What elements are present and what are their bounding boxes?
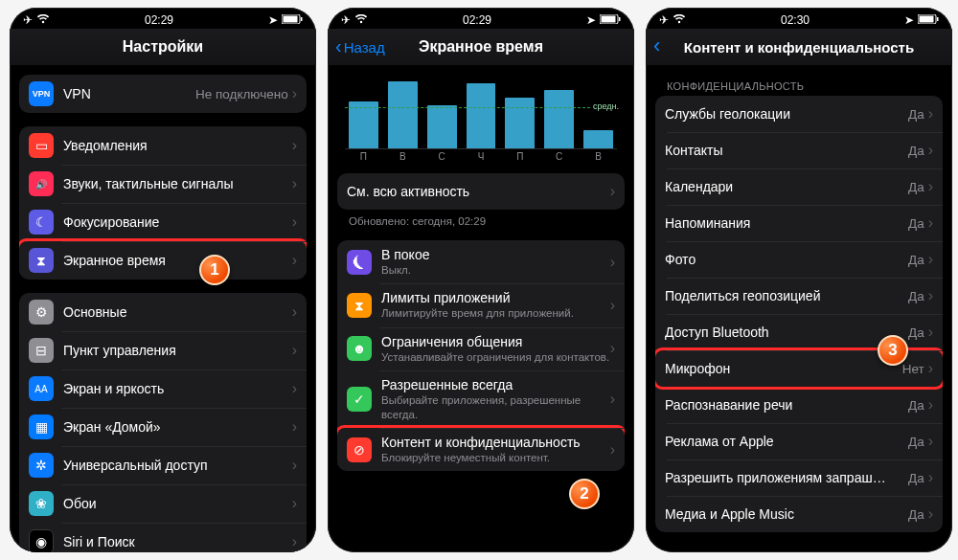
chart-bar xyxy=(467,83,496,148)
cell-звуки-тактильные-сигналы[interactable]: 🔊Звуки, тактильные сигналы› xyxy=(19,165,307,203)
cell-календари[interactable]: КалендариДа› xyxy=(655,168,943,205)
chevron-icon: › xyxy=(292,137,297,154)
cell-уведомления[interactable]: ▭Уведомления› xyxy=(19,126,307,165)
cell-ограничения-общения[interactable]: ☻Ограничения общенияУстанавливайте огран… xyxy=(337,327,625,370)
⊟-icon: ⊟ xyxy=(29,338,54,363)
phone-settings: ✈︎ 02:29 ➤ Настройки VPN VPN Не п xyxy=(10,8,316,552)
cell-экран-домой-[interactable]: ▦Экран «Домой»› xyxy=(19,408,307,446)
cell-универсальный-доступ[interactable]: ✲Универсальный доступ› xyxy=(19,446,307,484)
statusbar: ✈︎ 02:29 ➤ xyxy=(328,8,634,29)
cell-label: Службы геолокации xyxy=(665,106,908,122)
cell-value: Да xyxy=(908,216,924,231)
cell-поделиться-геопозицией[interactable]: Поделиться геопозициейДа› xyxy=(655,278,943,314)
chevron-icon: › xyxy=(292,418,297,436)
cell-реклама-от-apple[interactable]: Реклама от AppleДа› xyxy=(655,423,943,459)
cell-фокусирование[interactable]: ☾Фокусирование› xyxy=(19,203,307,241)
cell-label: Уведомления xyxy=(63,138,292,153)
cell-контакты[interactable]: КонтактыДа› xyxy=(655,132,943,168)
chevron-icon: › xyxy=(292,342,297,359)
chevron-icon: › xyxy=(610,441,615,459)
cell-subtitle: Выбирайте приложения, разрешенные всегда… xyxy=(381,393,610,421)
chevron-icon: › xyxy=(610,183,615,200)
back-button[interactable]: ‹ Назад xyxy=(335,29,385,65)
cell-label: Обои xyxy=(63,496,292,511)
svg-rect-5 xyxy=(619,17,621,21)
cell-напоминания[interactable]: НапоминанияДа› xyxy=(655,205,943,241)
cell-пункт-управления[interactable]: ⊟Пункт управления› xyxy=(19,331,307,370)
cell-value: Да xyxy=(908,398,924,413)
cell-label: Лимиты приложений xyxy=(381,290,610,305)
⧗-icon: ⧗ xyxy=(29,248,54,273)
cell-label: Календари xyxy=(665,179,908,194)
cell-контент-и-конфиденциальность[interactable]: ⊘Контент и конфиденциальностьБлокируйте … xyxy=(337,428,625,471)
cell-распознавание-речи[interactable]: Распознавание речиДа› xyxy=(655,387,943,423)
cell-разрешить-приложениям-запраш-[interactable]: Разрешить приложениям запраш…Да› xyxy=(655,459,943,496)
chart-days: ПВСЧПСВ xyxy=(345,149,617,162)
☻-icon: ☻ xyxy=(347,336,372,361)
statusbar: ✈︎ 02:29 ➤ xyxy=(10,8,316,29)
cell-label: Микрофон xyxy=(665,361,902,376)
▭-icon: ▭ xyxy=(29,133,54,158)
chevron-icon: › xyxy=(610,391,615,408)
cell-label: Пункт управления xyxy=(63,343,292,358)
navbar: ‹ Контент и конфиденциальность xyxy=(646,29,952,65)
cell-лимиты-приложений[interactable]: ⧗Лимиты приложенийЛимитируйте время для … xyxy=(337,283,625,326)
cell-разрешенные-всегда[interactable]: ✓Разрешенные всегдаВыбирайте приложения,… xyxy=(337,370,625,428)
⊘-icon: ⊘ xyxy=(347,437,372,462)
cell-службы-геолокации[interactable]: Службы геолокацииДа› xyxy=(655,96,943,132)
section-header: КОНФИДЕНЦИАЛЬНОСТЬ xyxy=(667,80,939,92)
chevron-icon: › xyxy=(928,505,933,523)
cell-vpn[interactable]: VPN VPN Не подключено › xyxy=(19,75,307,113)
privacy-list: Службы геолокацииДа›КонтактыДа›Календари… xyxy=(655,96,943,532)
▦-icon: ▦ xyxy=(29,414,54,439)
cell-label: В покое xyxy=(381,247,610,262)
cell-обои[interactable]: ❀Обои› xyxy=(19,484,307,523)
🔊-icon: 🔊 xyxy=(29,171,54,196)
cell-label: Звуки, тактильные сигналы xyxy=(63,176,292,191)
cell-label: Медиа и Apple Music xyxy=(665,506,908,522)
phone-screentime: ✈︎ 02:29 ➤ ‹ Назад Экранное время xyxy=(328,8,634,552)
location-icon: ➤ xyxy=(586,13,596,27)
battery-icon xyxy=(918,13,939,27)
cell-экран-и-яркость[interactable]: AAЭкран и яркость› xyxy=(19,370,307,408)
cell-subtitle: Устанавливайте ограничения для контактов… xyxy=(381,350,610,364)
cell-label: Реклама от Apple xyxy=(665,434,908,449)
battery-icon xyxy=(600,13,621,27)
cell-value: Да xyxy=(908,471,924,485)
statusbar: ✈︎ 02:30 ➤ xyxy=(646,8,952,29)
chevron-icon: › xyxy=(610,254,615,271)
chevron-left-icon: ‹ xyxy=(653,35,660,56)
chart-bar xyxy=(505,98,535,148)
back-button[interactable]: ‹ xyxy=(653,29,660,65)
cell-label: Поделиться геопозицией xyxy=(665,288,908,303)
chevron-icon: › xyxy=(928,251,933,268)
cell-label: Контакты xyxy=(665,143,908,158)
cell-медиа-и-apple-music[interactable]: Медиа и Apple MusicДа› xyxy=(655,496,943,532)
cell-see-activity[interactable]: См. всю активность › xyxy=(337,173,625,210)
cell-label: Разрешенные всегда xyxy=(381,377,610,392)
cell-в-покое[interactable]: ⏾В покоеВыкл.› xyxy=(337,240,625,283)
chevron-icon: › xyxy=(292,495,297,512)
✲-icon: ✲ xyxy=(29,453,54,478)
cell-основные[interactable]: ⚙Основные› xyxy=(19,293,307,331)
svg-rect-8 xyxy=(937,17,939,21)
cell-subtitle: Блокируйте неуместный контент. xyxy=(381,451,610,464)
chevron-icon: › xyxy=(292,85,297,102)
chevron-icon: › xyxy=(928,360,933,377)
usage-chart: средн. ПВСЧПСВ xyxy=(337,69,625,164)
cell-value: Не подключено xyxy=(195,87,288,101)
cell-subtitle: Лимитируйте время для приложений. xyxy=(381,306,610,320)
airplane-icon: ✈︎ xyxy=(659,13,669,27)
avg-label: средн. xyxy=(593,101,619,111)
cell-siri-и-поиск[interactable]: ◉Siri и Поиск› xyxy=(19,523,307,552)
see-activity-group: См. всю активность › xyxy=(337,173,625,210)
cell-value: Да xyxy=(908,180,924,194)
day-label: С xyxy=(427,151,457,162)
battery-icon xyxy=(282,13,303,27)
chevron-left-icon: ‹ xyxy=(335,36,342,56)
page-title: Настройки xyxy=(123,38,203,56)
cell-фото[interactable]: ФотоДа› xyxy=(655,241,943,278)
day-label: В xyxy=(388,151,418,162)
cell-экранное-время[interactable]: ⧗Экранное время› xyxy=(19,241,307,280)
step-badge-1: 1 xyxy=(199,255,230,285)
